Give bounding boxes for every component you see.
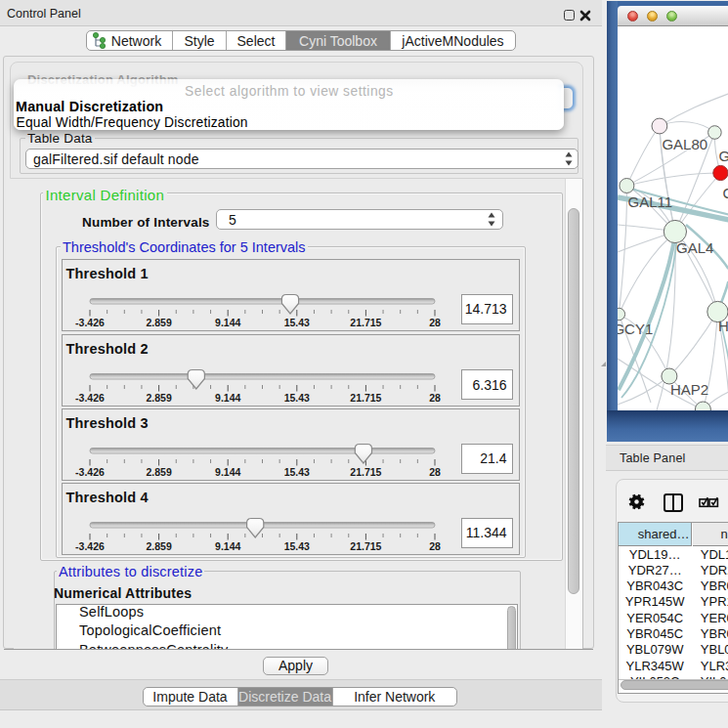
svg-text:21.715: 21.715	[350, 540, 381, 552]
svg-text:28: 28	[429, 540, 441, 552]
svg-text:GAL80: GAL80	[662, 136, 707, 152]
svg-text:-3.426: -3.426	[75, 392, 105, 404]
svg-text:9.144: 9.144	[215, 540, 240, 552]
svg-text:15.43: 15.43	[283, 317, 309, 328]
svg-text:9.144: 9.144	[215, 317, 240, 328]
svg-text:21.715: 21.715	[350, 466, 381, 478]
svg-text:2.859: 2.859	[146, 392, 171, 404]
svg-text:9.144: 9.144	[215, 392, 240, 404]
svg-text:28: 28	[429, 392, 441, 404]
svg-text:C: C	[722, 185, 728, 201]
svg-text:2.859: 2.859	[146, 540, 171, 552]
svg-text:15.43: 15.43	[283, 392, 309, 404]
svg-text:2.859: 2.859	[146, 317, 171, 328]
svg-text:28: 28	[429, 466, 441, 478]
svg-text:21.715: 21.715	[350, 317, 381, 328]
svg-text:28: 28	[429, 317, 441, 328]
svg-text:GAL4: GAL4	[676, 239, 713, 256]
svg-text:HA: HA	[717, 318, 727, 334]
svg-text:-3.426: -3.426	[75, 540, 105, 552]
svg-text:2.859: 2.859	[146, 466, 171, 478]
svg-text:-3.426: -3.426	[75, 466, 105, 478]
svg-text:GCY1: GCY1	[618, 321, 653, 337]
svg-text:-3.426: -3.426	[75, 317, 105, 328]
svg-text:15.43: 15.43	[283, 540, 309, 552]
svg-text:15.43: 15.43	[283, 466, 309, 478]
svg-text:GA: GA	[718, 148, 728, 164]
svg-text:HAP2: HAP2	[669, 381, 707, 398]
svg-text:9.144: 9.144	[215, 466, 240, 478]
svg-text:GAL11: GAL11	[627, 193, 672, 210]
svg-text:21.715: 21.715	[350, 392, 381, 404]
